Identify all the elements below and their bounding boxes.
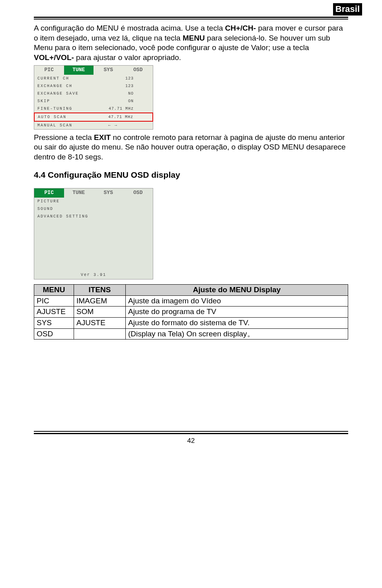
osd-label: ADVANCED SETTING (37, 214, 88, 219)
cell: Ajuste do formato do sistema de TV. (126, 318, 348, 329)
cell: IMAGEM (74, 295, 126, 307)
table-header-row: MENU ITENS Ajuste do MENU Display (34, 285, 348, 296)
osd-label: EXCHANGE SAVE (37, 91, 79, 96)
cell: OSD (34, 328, 74, 340)
key-exit: EXIT (94, 133, 111, 142)
osd-arrows-icon: ← → (108, 123, 150, 128)
key-menu: MENU (183, 34, 205, 42)
osd-menu-tune-screenshot: PIC TUNE SYS OSD CURRENT CH123 EXCHANGE … (34, 65, 153, 130)
osd-row: ADVANCED SETTING (34, 213, 153, 220)
osd-tabs: PIC TUNE SYS OSD (34, 66, 153, 75)
osd-row: MANUAL SCAN← → (34, 122, 153, 129)
th-menu: MENU (34, 285, 74, 296)
paragraph-intro: A configuração do MENU é mostrada acima.… (34, 23, 348, 63)
osd-label: SOUND (37, 206, 53, 212)
table-row: PICIMAGEMAjuste da imagem do Vídeo (34, 295, 348, 307)
text: A configuração do MENU é mostrada acima.… (34, 24, 225, 32)
text: Pressione a tecla (34, 133, 94, 142)
cell: AJUSTE (74, 318, 126, 329)
rule-top-thick (34, 17, 348, 18)
table-row: AJUSTESOMAjuste do programa de TV (34, 307, 348, 318)
osd-menu-pic-screenshot: PIC TUNE SYS OSD PICTURE SOUND ADVANCED … (34, 188, 153, 279)
osd-version: Ver 3.91 (81, 272, 106, 278)
key-vol: VOL+/VOL- (34, 53, 74, 62)
text: para ajustar o valor apropriado. (74, 53, 181, 62)
osd-tab-sys: SYS (94, 188, 123, 198)
osd-tab-pic: PIC (34, 188, 64, 198)
osd-value: ON (128, 99, 150, 104)
paragraph-exit: Pressione a tecla EXIT no controle remot… (34, 133, 348, 162)
osd-row: SKIPON (34, 97, 153, 105)
osd-row: SOUND (34, 205, 153, 213)
section-heading: 4.4 Configuração MENU OSD display (34, 169, 348, 180)
th-ajuste: Ajuste do MENU Display (126, 285, 348, 296)
rule-top-thin (34, 19, 348, 19)
osd-row: EXCHANGE CH123 (34, 82, 153, 90)
cell (74, 328, 126, 340)
cell: Ajuste do programa de TV (126, 307, 348, 318)
osd-label: PICTURE (37, 199, 60, 204)
osd-row-highlighted: AUTO SCAN47.71 MHz (34, 113, 153, 122)
osd-tab-pic: PIC (34, 66, 64, 75)
th-itens: ITENS (74, 285, 126, 296)
osd-label: SKIP (37, 99, 50, 104)
osd-value: NO (128, 91, 150, 96)
table-row: OSD(Display na Tela) On screen display。 (34, 328, 348, 340)
osd-label: CURRENT CH (37, 76, 69, 81)
cell: (Display na Tela) On screen display。 (126, 328, 348, 340)
osd-label: FINE-TUNING (37, 106, 72, 111)
osd-tab-sys: SYS (94, 66, 123, 75)
osd-label: EXCHANGE CH (37, 83, 72, 89)
osd-label: MANUAL SCAN (37, 123, 72, 128)
osd-row: PICTURE (34, 198, 153, 205)
cell: PIC (34, 295, 74, 307)
table-row: SYSAJUSTEAjuste do formato do sistema de… (34, 318, 348, 329)
cell: SYS (34, 318, 74, 329)
osd-tab-osd: OSD (123, 66, 153, 75)
page-number: 42 (34, 437, 348, 445)
rule-bottom-thick (34, 433, 348, 434)
cell: SOM (74, 307, 126, 318)
osd-row: CURRENT CH123 (34, 75, 153, 82)
osd-tab-tune: TUNE (64, 66, 94, 75)
osd-value: 123 (125, 76, 150, 81)
osd-tab-tune: TUNE (64, 188, 94, 198)
cell: Ajuste da imagem do Vídeo (126, 295, 348, 307)
osd-value: 47.71 MHz (109, 106, 150, 111)
osd-row: EXCHANGE SAVENO (34, 90, 153, 97)
osd-label: AUTO SCAN (38, 114, 66, 120)
osd-value: 47.71 MHz (108, 114, 149, 120)
menu-description-table: MENU ITENS Ajuste do MENU Display PICIMA… (34, 284, 348, 340)
osd-row: FINE-TUNING47.71 MHz (34, 105, 153, 113)
key-ch: CH+/CH- (225, 24, 256, 32)
osd-value: 123 (125, 83, 150, 89)
osd-tabs: PIC TUNE SYS OSD (34, 188, 153, 198)
osd-tab-osd: OSD (123, 188, 153, 198)
cell: AJUSTE (34, 307, 74, 318)
rule-bottom-thin (34, 431, 348, 432)
region-badge: Brasil (333, 3, 362, 16)
